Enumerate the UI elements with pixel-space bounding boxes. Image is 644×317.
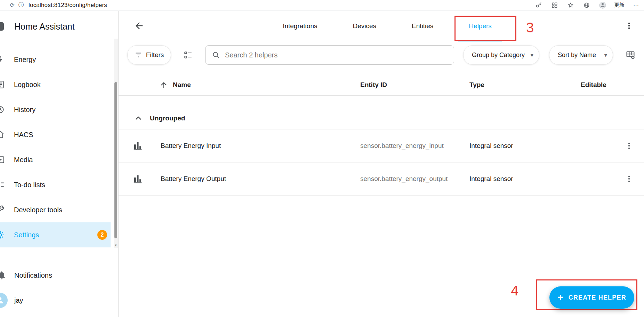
profile-avatar-icon[interactable] bbox=[598, 1, 607, 9]
lightning-icon bbox=[0, 55, 5, 64]
sidebar-item-label: HACS bbox=[14, 131, 33, 139]
column-header-entity-id[interactable]: Entity ID bbox=[360, 81, 387, 89]
group-label: Ungrouped bbox=[150, 114, 185, 122]
collections-grid-icon[interactable] bbox=[550, 1, 559, 9]
search-box bbox=[205, 45, 454, 65]
favorites-star-icon[interactable] bbox=[566, 1, 575, 9]
reload-icon[interactable]: ⟳ bbox=[8, 1, 17, 9]
sidebar-item-label: Settings bbox=[14, 231, 39, 239]
app: Home Assistant Energy Logbook bbox=[0, 11, 644, 317]
scrollbar-down-arrow[interactable]: ▼ bbox=[114, 243, 118, 247]
table-header: Name Entity ID Type Editable bbox=[119, 74, 644, 96]
browser-actions: 更新 ⋯ bbox=[534, 1, 644, 9]
filter-icon bbox=[135, 51, 142, 59]
row-menu-icon[interactable] bbox=[625, 174, 634, 183]
sidebar-item-label: Energy bbox=[14, 56, 36, 64]
table-row[interactable]: Battery Energy Input sensor.battery_ener… bbox=[119, 129, 644, 163]
tab-label: Integrations bbox=[283, 22, 317, 30]
sidebar-item-label: To-do lists bbox=[14, 181, 45, 189]
create-helper-label: CREATE HELPER bbox=[569, 294, 626, 301]
screen: ⟳ ⓘ localhost:8123/config/helpers 更新 ⋯ bbox=[0, 0, 644, 317]
password-key-icon[interactable] bbox=[534, 1, 543, 9]
helper-type: Integral sensor bbox=[469, 175, 513, 183]
page-header: Integrations Devices Entities Helpers bbox=[119, 11, 644, 41]
sidebar-item-label: Logbook bbox=[14, 81, 41, 89]
sort-ascending-icon[interactable] bbox=[160, 81, 168, 89]
create-helper-button[interactable]: + CREATE HELPER bbox=[549, 286, 634, 309]
group-by-dropdown[interactable]: Group by Category ▾ bbox=[463, 45, 539, 65]
logbook-icon bbox=[0, 80, 5, 89]
sidebar-item-label: History bbox=[14, 106, 35, 114]
sidebar-item-media[interactable]: Media bbox=[0, 147, 111, 172]
sidebar-item-notifications[interactable]: Notifications bbox=[0, 264, 118, 286]
helper-entity-id: sensor.battery_energy_input bbox=[360, 142, 444, 150]
histogram-icon bbox=[132, 141, 143, 151]
column-header-type[interactable]: Type bbox=[469, 81, 484, 89]
chevron-down-icon: ▾ bbox=[530, 51, 533, 59]
tab-entities[interactable]: Entities bbox=[401, 11, 444, 41]
sidebar-item-history[interactable]: History bbox=[0, 97, 111, 122]
table-row[interactable]: Battery Energy Output sensor.battery_ene… bbox=[119, 163, 644, 196]
sidebar-nav: Energy Logbook History bbox=[0, 47, 118, 247]
sidebar-item-settings[interactable]: Settings 2 bbox=[0, 222, 111, 247]
page-info-icon[interactable]: ⓘ bbox=[17, 1, 26, 9]
app-title: Home Assistant bbox=[14, 22, 75, 32]
group-by-label: Group by Category bbox=[472, 51, 525, 59]
tab-integrations[interactable]: Integrations bbox=[272, 11, 328, 41]
address-bar[interactable]: localhost:8123/config/helpers bbox=[29, 2, 107, 9]
column-header-editable[interactable]: Editable bbox=[581, 81, 606, 89]
tab-label: Entities bbox=[412, 22, 433, 30]
sidebar-item-label: Developer tools bbox=[14, 206, 62, 214]
sort-by-label: Sort by Name bbox=[558, 51, 596, 59]
active-tab-underline bbox=[458, 40, 502, 41]
scrollbar-thumb[interactable] bbox=[114, 82, 117, 238]
overflow-menu-icon[interactable] bbox=[625, 21, 634, 31]
helper-entity-id: sensor.battery_energy_output bbox=[360, 175, 448, 183]
sidebar-item-label: Media bbox=[14, 156, 33, 164]
media-play-icon bbox=[0, 155, 5, 164]
tab-helpers[interactable]: Helpers bbox=[458, 11, 502, 41]
chevron-down-icon: ▾ bbox=[604, 51, 607, 59]
tab-label: Helpers bbox=[469, 22, 491, 30]
browser-update-button[interactable]: 更新 bbox=[614, 2, 625, 8]
group-row-ungrouped[interactable]: Ungrouped bbox=[119, 108, 644, 129]
helper-name: Battery Energy Output bbox=[161, 175, 226, 183]
developer-tools-icon bbox=[0, 205, 5, 214]
search-input[interactable] bbox=[225, 46, 454, 64]
todo-check-icon bbox=[0, 180, 5, 189]
sidebar: Home Assistant Energy Logbook bbox=[0, 11, 119, 317]
sidebar-item-energy[interactable]: Energy bbox=[0, 47, 111, 72]
annotation-number-4: 4 bbox=[511, 283, 518, 299]
search-icon bbox=[212, 51, 220, 59]
sidebar-item-label: Notifications bbox=[14, 271, 52, 279]
sidebar-item-todo-lists[interactable]: To-do lists bbox=[0, 172, 111, 197]
helper-name: Battery Energy Input bbox=[161, 142, 221, 150]
sidebar-item-developer-tools[interactable]: Developer tools bbox=[0, 197, 111, 222]
filters-button[interactable]: Filters bbox=[127, 45, 171, 65]
avatar bbox=[0, 293, 8, 308]
tab-devices[interactable]: Devices bbox=[342, 11, 387, 41]
tab-label: Devices bbox=[353, 22, 376, 30]
main-content: Integrations Devices Entities Helpers bbox=[119, 11, 644, 317]
history-clock-icon bbox=[0, 105, 5, 114]
sidebar-item-user[interactable]: jay bbox=[0, 290, 118, 311]
browser-menu-icon[interactable]: ⋯ bbox=[631, 1, 641, 9]
column-header-name[interactable]: Name bbox=[173, 81, 191, 89]
row-menu-icon[interactable] bbox=[625, 141, 634, 150]
helper-type: Integral sensor bbox=[469, 142, 513, 150]
user-name: jay bbox=[14, 296, 23, 304]
histogram-icon bbox=[132, 174, 143, 184]
filters-label: Filters bbox=[146, 51, 164, 59]
sidebar-item-hacs[interactable]: HACS bbox=[0, 122, 111, 147]
translate-icon[interactable] bbox=[582, 1, 591, 9]
table-settings-icon[interactable] bbox=[623, 48, 638, 62]
browser-chrome: ⟳ ⓘ localhost:8123/config/helpers 更新 ⋯ bbox=[0, 0, 644, 10]
sort-by-dropdown[interactable]: Sort by Name ▾ bbox=[549, 45, 613, 65]
select-mode-icon[interactable] bbox=[181, 48, 195, 62]
plus-icon: + bbox=[557, 291, 564, 303]
gear-icon bbox=[0, 230, 5, 239]
settings-badge: 2 bbox=[97, 230, 107, 240]
sidebar-item-logbook[interactable]: Logbook bbox=[0, 72, 111, 97]
menu-icon[interactable] bbox=[0, 22, 4, 31]
chevron-up-icon[interactable] bbox=[134, 114, 143, 123]
